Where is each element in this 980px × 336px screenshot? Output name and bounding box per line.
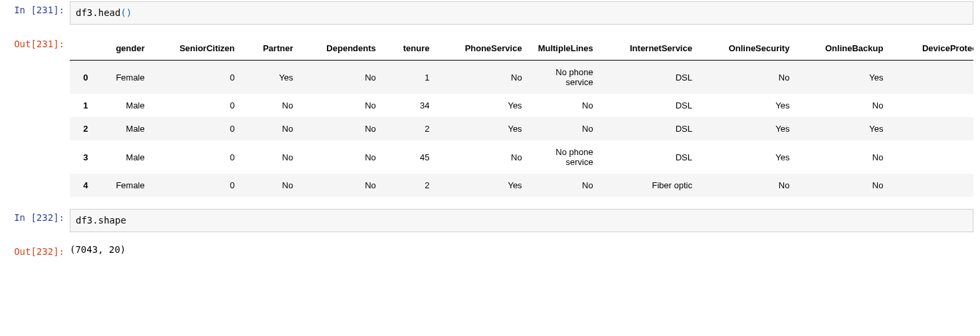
cell: Fiber optic (601, 174, 700, 197)
cell: Male (96, 140, 153, 174)
code-input[interactable]: df3.head() (70, 1, 973, 25)
code-paren-open: ( (120, 7, 126, 18)
row-index: 2 (70, 117, 96, 140)
table-row: 1 Male 0 No No 34 Yes No DSL Yes No Yes (70, 94, 973, 117)
row-index: 4 (70, 174, 96, 197)
cell: Yes (797, 61, 891, 94)
col-header: gender (96, 37, 153, 61)
cell: Female (96, 61, 153, 94)
in-prompt: In [232]: (0, 208, 70, 223)
in-label-suffix: ]: (53, 212, 64, 223)
cell: No (301, 94, 384, 117)
out-prompt: Out[231]: (0, 34, 70, 49)
index-header (70, 37, 96, 61)
row-index: 0 (70, 61, 96, 94)
cell: No (243, 140, 301, 174)
col-header: SeniorCitizen (153, 37, 243, 61)
cell: No (797, 94, 891, 117)
cell: No (301, 174, 384, 197)
table-row: 2 Male 0 No No 2 Yes No DSL Yes Yes No (70, 117, 973, 140)
table-row: 0 Female 0 Yes No 1 No No phone service … (70, 61, 973, 94)
out-label-prefix: Out[ (14, 39, 37, 49)
in-prompt: In [231]: (0, 0, 70, 15)
cell: No (700, 61, 797, 94)
cell: No (530, 94, 601, 117)
cell: Yes (700, 117, 797, 140)
cell: Yes (797, 117, 891, 140)
cell: No (797, 140, 891, 174)
cell: Female (96, 174, 153, 197)
in-label-prefix: In [ (14, 212, 37, 223)
cell: DSL (601, 61, 700, 94)
in-label-suffix: ]: (53, 5, 64, 15)
table-header-row: gender SeniorCitizen Partner Dependents … (70, 37, 973, 61)
cell: 0 (153, 117, 243, 140)
cell: Yes (437, 94, 530, 117)
cell: No (437, 140, 530, 174)
code-text: df3.shape (76, 215, 126, 226)
col-header: DeviceProtection (891, 37, 973, 61)
cell-in-232: In [232]: df3.shape (0, 208, 980, 234)
out-number: 232 (37, 246, 53, 257)
cell: 1 (384, 61, 438, 94)
cell: 0 (153, 174, 243, 197)
table-row: 4 Female 0 No No 2 Yes No Fiber optic No… (70, 174, 973, 197)
output-text: (7043, 20) (70, 244, 126, 255)
cell: DSL (601, 140, 700, 174)
cell: Yes (700, 140, 797, 174)
row-index: 1 (70, 94, 96, 117)
cell: Yes (243, 61, 301, 94)
in-number: 231 (37, 5, 53, 15)
cell: DSL (601, 94, 700, 117)
out-html: gender SeniorCitizen Partner Dependents … (70, 34, 980, 200)
cell: 0 (153, 61, 243, 94)
cell-out-232: Out[232]: (7043, 20) (0, 242, 980, 257)
col-header: MultipleLines (530, 37, 601, 61)
cell: 0 (153, 94, 243, 117)
in-label-prefix: In [ (14, 5, 37, 15)
out-label-prefix: Out[ (14, 246, 37, 257)
cell: No (243, 174, 301, 197)
cell: No (700, 174, 797, 197)
col-header: PhoneService (437, 37, 530, 61)
cell: Yes (700, 94, 797, 117)
col-header: Partner (243, 37, 301, 61)
cell: 34 (384, 94, 438, 117)
out-label-suffix: ]: (53, 39, 64, 49)
cell: Male (96, 117, 153, 140)
col-header: InternetService (601, 37, 700, 61)
col-header: OnlineBackup (797, 37, 891, 61)
cell: Yes (891, 140, 973, 174)
cell: 45 (384, 140, 438, 174)
cell-out-231: Out[231]: gender SeniorCitizen Partner D… (0, 34, 980, 200)
table-scroll-container[interactable]: gender SeniorCitizen Partner Dependents … (70, 37, 973, 197)
cell: No (891, 174, 973, 197)
cell: No (437, 61, 530, 94)
col-header: Dependents (301, 37, 384, 61)
cell: Yes (891, 94, 973, 117)
code-func: head (98, 7, 121, 18)
row-index: 3 (70, 140, 96, 174)
cell: No (243, 117, 301, 140)
cell: 2 (384, 174, 438, 197)
out-text: (7043, 20) (70, 242, 980, 257)
cell: DSL (601, 117, 700, 140)
cell: No (243, 94, 301, 117)
col-header: OnlineSecurity (700, 37, 797, 61)
cell: No (530, 174, 601, 197)
table-row: 3 Male 0 No No 45 No No phone service DS… (70, 140, 973, 174)
cell: No (301, 117, 384, 140)
cell: Male (96, 94, 153, 117)
code-input[interactable]: df3.shape (70, 209, 973, 232)
cell: No (891, 61, 973, 94)
cell: No (797, 174, 891, 197)
out-number: 231 (37, 39, 53, 49)
cell: No (301, 61, 384, 94)
cell: No phone service (530, 140, 601, 174)
cell: 0 (153, 140, 243, 174)
cell: No (891, 117, 973, 140)
code-dot: . (92, 7, 98, 18)
cell: 2 (384, 117, 438, 140)
cell-in-231: In [231]: df3.head() (0, 0, 980, 26)
col-header: tenure (384, 37, 438, 61)
